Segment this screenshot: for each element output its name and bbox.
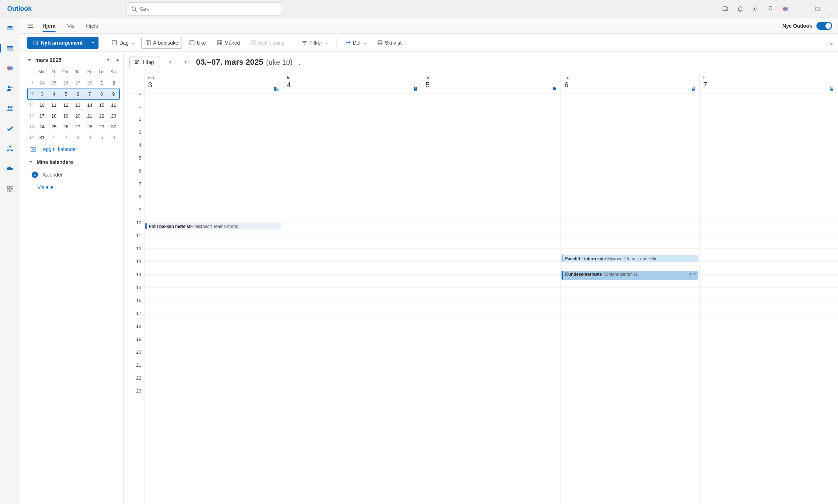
calendar-event[interactable]: KundesentermøteKonferanserom (1↕ ⟳ [562,271,698,280]
mini-day[interactable]: 29 [96,121,107,132]
mini-day[interactable]: 6 [108,132,120,143]
mini-day[interactable]: 28 [84,77,96,88]
mini-day[interactable]: 23 [108,110,120,121]
mini-day[interactable]: 25 [48,77,60,88]
view-day-button[interactable]: Dag⌄ [107,37,138,49]
mini-day[interactable]: 24 [36,77,48,88]
rail-apps[interactable] [4,183,17,196]
mini-day[interactable]: 14 [84,100,96,110]
mini-day[interactable]: 7 [84,88,96,99]
feedback-icon[interactable] [722,5,729,13]
mini-day[interactable]: 20 [72,110,84,121]
mini-day[interactable]: 26 [60,77,72,88]
lightbulb-icon[interactable] [767,5,774,13]
day-header[interactable]: ti.4 [283,73,422,93]
bell-icon[interactable] [737,5,744,13]
mini-day[interactable]: 25 [48,121,60,132]
rail-todo[interactable] [4,122,17,135]
mini-day[interactable]: 19 [60,110,72,121]
calendar-item[interactable]: ✓ Kalender [27,169,120,181]
gear-icon[interactable] [752,5,759,13]
rail-org[interactable] [4,142,17,155]
month-collapse-icon[interactable] [27,58,32,62]
day-column[interactable]: Fot i bakken møte MFMicrosoft Teams-møte… [145,93,283,504]
mini-prev-month[interactable] [106,58,110,62]
search-input[interactable] [140,6,276,12]
view-week-button[interactable]: Uke [185,37,210,49]
window-minimize[interactable] [801,6,808,12]
new-event-button[interactable]: Nytt arrangement [27,37,99,49]
mini-day[interactable]: 2 [60,132,72,143]
mini-day[interactable]: 18 [48,110,60,121]
tab-help[interactable]: Hjelp [86,19,98,32]
calendar-grid[interactable]: 01234567891011121314151617181920212223 F… [124,93,838,504]
rail-groups[interactable] [4,102,17,115]
day-column[interactable] [283,93,422,504]
mini-day[interactable]: 6 [72,88,84,99]
tab-home[interactable]: Hjem [42,19,56,32]
ribbon-expand-icon[interactable]: ⌄ [829,40,834,46]
rail-copilot[interactable] [4,62,17,75]
search-box[interactable] [127,3,281,15]
day-header[interactable]: to.6 [561,73,700,93]
print-button[interactable]: Skriv ut [373,37,406,49]
new-event-dropdown[interactable] [88,37,99,49]
mini-day[interactable]: 13 [72,100,84,110]
mini-day[interactable]: 2 [108,77,120,88]
prev-week-button[interactable] [166,58,175,67]
mini-day[interactable]: 5 [60,88,72,99]
mini-day[interactable]: 3 [72,132,84,143]
date-picker-chevron[interactable]: ⌄ [298,61,301,66]
my-calendars-section[interactable]: Mine kalendere [27,156,120,169]
mini-day[interactable]: 1 [48,132,60,143]
mini-day[interactable]: 5 [96,132,107,143]
day-header[interactable]: fr.7 [700,73,838,93]
rail-onedrive[interactable] [4,162,17,175]
mini-day[interactable]: 4 [48,88,60,99]
mini-day[interactable]: 26 [60,121,72,132]
mini-day[interactable]: 12 [60,100,72,110]
mini-day[interactable]: 22 [96,110,107,121]
mini-day[interactable]: 3 [36,88,48,99]
mini-day[interactable]: 24 [36,121,48,132]
today-button[interactable]: I dag [129,56,160,68]
mini-day[interactable]: 1 [96,77,107,88]
view-month-button[interactable]: Måned [213,37,244,49]
mini-week-row[interactable]: 1110111213141516 [27,100,120,110]
mini-day[interactable]: 11 [48,100,60,110]
share-button[interactable]: Del⌄ [341,37,370,49]
rail-mail[interactable] [4,22,17,35]
show-all-link[interactable]: Vis alle [27,181,120,194]
new-outlook-toggle[interactable] [816,22,832,30]
mini-day[interactable]: 4 [84,132,96,143]
day-header[interactable]: ma.3 [145,73,283,93]
mini-week-row[interactable]: 9242526272812 [27,77,120,88]
window-maximize[interactable] [814,6,821,12]
mini-day[interactable]: 21 [84,110,96,121]
mini-day[interactable]: 31 [36,132,48,143]
rail-calendar[interactable] [4,42,17,55]
add-calendar-link[interactable]: Legg til kalender [27,143,120,156]
calendar-event[interactable]: Fot i bakken møte MFMicrosoft Teams-møte… [145,223,281,229]
rail-people[interactable] [4,82,17,95]
mini-day[interactable]: 15 [96,100,107,110]
mini-next-month[interactable] [115,58,120,62]
mini-day[interactable]: 28 [84,121,96,132]
view-workweek-button[interactable]: Arbeidsuke [141,37,182,49]
mini-day[interactable]: 10 [36,100,48,110]
next-week-button[interactable] [181,58,190,67]
mini-day[interactable]: 30 [108,121,120,132]
tab-view[interactable]: Vis [67,19,75,32]
mini-day[interactable]: 16 [108,100,120,110]
mini-week-row[interactable]: 103456789 [27,88,120,100]
mini-day[interactable]: 27 [72,77,84,88]
window-close[interactable] [827,6,834,12]
mini-week-row[interactable]: 1431123456 [27,132,120,143]
mini-week-row[interactable]: 1217181920212223 [27,110,120,121]
mini-day[interactable]: 27 [72,121,84,132]
mini-day[interactable]: 9 [107,88,119,99]
filter-button[interactable]: Filtrer⌄ [298,37,332,49]
mini-day[interactable]: 8 [96,88,107,99]
calendar-event[interactable]: Facelift - intern sideMicrosoft Teams-mø… [562,255,698,262]
day-column[interactable] [700,93,838,504]
